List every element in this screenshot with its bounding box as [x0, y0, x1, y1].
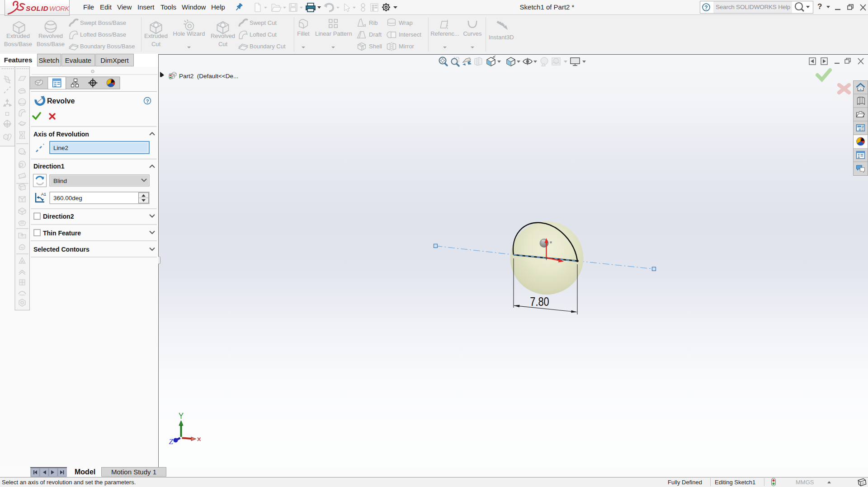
svg-text:Direction1: Direction1 — [33, 163, 65, 170]
svg-text:Direction2: Direction2 — [43, 213, 74, 220]
svg-text:Blind: Blind — [53, 178, 67, 184]
svg-text:Axis of Revolution: Axis of Revolution — [33, 131, 89, 138]
svg-text:WORKS: WORKS — [49, 5, 69, 12]
svg-text:?: ? — [146, 98, 149, 104]
svg-text:Selected Contours: Selected Contours — [33, 246, 90, 253]
svg-text:?: ? — [704, 5, 708, 11]
svg-text:Thin Feature: Thin Feature — [43, 229, 81, 237]
svg-text:360.00deg: 360.00deg — [53, 195, 82, 201]
svg-text:Part2 (Default<<De...: Part2 (Default<<De... — [179, 73, 238, 80]
svg-text:Z: Z — [169, 437, 174, 446]
svg-text:Line2: Line2 — [53, 145, 68, 151]
svg-text:Revolve: Revolve — [47, 97, 75, 105]
svg-text:A1: A1 — [41, 192, 46, 197]
svg-text:SOLID: SOLID — [26, 5, 48, 12]
svg-text:7.80: 7.80 — [530, 294, 549, 308]
